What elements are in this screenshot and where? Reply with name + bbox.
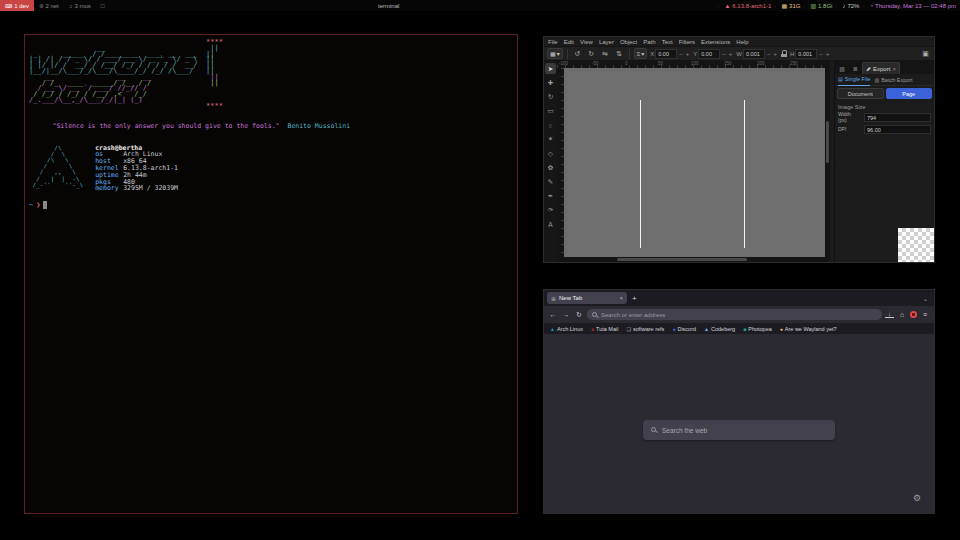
canvas-vertical-scrollbar[interactable] xyxy=(825,61,830,262)
bookmark-label: software refs xyxy=(633,326,664,332)
menu-item[interactable]: Path xyxy=(643,39,655,45)
bookmark-item[interactable]: ● Discord xyxy=(672,326,696,332)
bookmark-item[interactable]: ❏ software refs xyxy=(626,326,664,332)
tab-title: New Tab xyxy=(559,295,582,301)
personalize-gear-icon[interactable]: ⚙ xyxy=(913,493,921,503)
x-plus-button[interactable]: + xyxy=(685,51,691,57)
bookmark-item[interactable]: ■ Tuta Mail xyxy=(591,326,618,332)
rotate-ccw-button[interactable]: ↺ xyxy=(572,48,583,59)
menu-item[interactable]: View xyxy=(580,39,593,45)
menu-item[interactable]: Layer xyxy=(599,39,614,45)
menu-item[interactable]: Filters xyxy=(679,39,695,45)
tool-button[interactable]: ✑ xyxy=(545,205,556,216)
status-icon: ▥ xyxy=(810,2,816,9)
x-input[interactable]: 0.00 xyxy=(655,49,677,59)
search-icon xyxy=(592,312,598,318)
tool-button[interactable]: ➤ xyxy=(545,63,556,74)
caret-down-icon: ▾ xyxy=(641,50,644,57)
workspace-tag[interactable]: ⌨ 1 dev xyxy=(0,0,34,11)
dock-tab-fill-stroke-icon[interactable]: ▨ xyxy=(836,63,848,74)
status-separator: · xyxy=(835,3,837,9)
tool-mode-dropdown[interactable]: ▦ ▾ xyxy=(547,48,563,59)
tool-button[interactable]: ✒ xyxy=(545,191,556,202)
forward-button[interactable]: → xyxy=(561,311,571,318)
lock-aspect-icon[interactable] xyxy=(781,50,787,57)
menu-item[interactable]: Text xyxy=(662,39,673,45)
height-input[interactable]: 0.001 xyxy=(795,49,817,59)
scrollbar-thumb[interactable] xyxy=(617,258,747,261)
canvas-horizontal-scrollbar[interactable] xyxy=(557,257,825,262)
dock-tab-layers-icon[interactable]: ≣ xyxy=(849,63,861,74)
browser-tab[interactable]: ⊕ New Tab × xyxy=(547,292,627,304)
tool-button[interactable]: ✶ xyxy=(545,134,556,145)
ruler-number: 250 xyxy=(790,61,823,66)
home-icon[interactable]: ⌂ xyxy=(897,311,907,318)
y-input[interactable]: 0.00 xyxy=(698,49,720,59)
tag-icon: ⚙ xyxy=(39,3,43,9)
export-preview-transparency xyxy=(898,228,934,262)
page-button[interactable]: Page xyxy=(886,88,933,99)
flip-vertical-button[interactable]: ⇅ xyxy=(614,48,625,59)
menu-item[interactable]: Edit xyxy=(564,39,574,45)
menu-item[interactable]: File xyxy=(548,39,558,45)
align-dropdown[interactable]: ≡ ▾ xyxy=(634,48,648,59)
extension-icon[interactable] xyxy=(910,311,917,318)
workspace-tag[interactable]: ⚙ 2 net xyxy=(34,0,64,11)
menu-hamburger-icon[interactable]: ≡ xyxy=(920,311,930,318)
ascii-art: **** __ || _ _____ / /________ ____ __ _… xyxy=(29,40,513,110)
height-plus-button[interactable]: + xyxy=(825,51,831,57)
snap-toggle-icon[interactable]: ▣ xyxy=(920,48,931,59)
bookmark-item[interactable]: ▲ Arch Linux xyxy=(550,326,583,332)
tag-label: 3 mus xyxy=(75,3,91,9)
height-minus-button[interactable]: − xyxy=(818,51,824,57)
back-button[interactable]: ← xyxy=(548,311,558,318)
tool-button[interactable]: ✎ xyxy=(545,177,556,188)
width-input[interactable]: 0.001 xyxy=(743,49,765,59)
reload-button[interactable]: ↻ xyxy=(574,311,584,319)
bookmark-item[interactable]: ■ Photopea xyxy=(743,326,772,332)
menu-item[interactable]: Object xyxy=(620,39,637,45)
bookmark-label: Codeberg xyxy=(711,326,735,332)
document-button[interactable]: Document xyxy=(837,88,884,99)
tool-button[interactable]: ◇ xyxy=(545,148,556,159)
tool-button[interactable]: A xyxy=(545,219,556,230)
width-plus-button[interactable]: + xyxy=(773,51,779,57)
y-plus-button[interactable]: + xyxy=(728,51,734,57)
flip-horizontal-button[interactable]: ⇋ xyxy=(600,48,611,59)
y-minus-button[interactable]: − xyxy=(721,51,727,57)
rotate-cw-button[interactable]: ↻ xyxy=(586,48,597,59)
bookmark-item[interactable]: ▲ Codeberg xyxy=(704,326,735,332)
menu-item[interactable]: Help xyxy=(736,39,748,45)
new-tab-button[interactable]: + xyxy=(632,294,637,303)
close-tab-icon[interactable]: × xyxy=(619,295,623,301)
tool-button[interactable]: ○ xyxy=(545,120,556,131)
downloads-icon[interactable]: ↓ xyxy=(885,311,894,318)
menu-item[interactable]: Extensions xyxy=(701,39,730,45)
close-icon[interactable]: × xyxy=(892,66,896,72)
tool-button[interactable]: ✿ xyxy=(545,162,556,173)
x-minus-button[interactable]: − xyxy=(678,51,684,57)
url-bar[interactable]: Search or enter address xyxy=(587,309,882,320)
tab-batch-export[interactable]: ▥ Batch Export xyxy=(874,74,912,86)
x-label: X xyxy=(650,51,654,57)
export-width-input[interactable]: 794 xyxy=(864,113,931,122)
width-minus-button[interactable]: − xyxy=(766,51,772,57)
tab-single-file[interactable]: ▤ Single File xyxy=(838,74,870,86)
scrollbar-thumb[interactable] xyxy=(826,121,829,163)
workspace-tag[interactable]: ♫ 3 mus xyxy=(64,0,96,11)
bookmark-item[interactable]: ● Are we Wayland yet? xyxy=(780,326,837,332)
toolbar-separator xyxy=(629,49,630,59)
width-field: W 0.001 − + xyxy=(736,49,778,59)
dock-tab-export[interactable]: ⬈ Export × xyxy=(862,62,900,74)
tool-button[interactable]: ✚ xyxy=(545,77,556,88)
layout-icon[interactable]: □ xyxy=(96,3,110,9)
web-search-box[interactable]: Search the web xyxy=(643,420,835,440)
export-dpi-input[interactable]: 96.00 xyxy=(864,125,931,134)
inkscape-canvas[interactable] xyxy=(564,68,825,257)
shell-prompt[interactable]: ~ ❯ xyxy=(29,201,513,209)
tool-button[interactable]: ↻ xyxy=(545,91,556,102)
list-tabs-chevron-icon[interactable]: ⌄ xyxy=(923,295,931,302)
terminal-window[interactable]: **** __ || _ _____ / /________ ____ __ _… xyxy=(24,34,518,514)
tool-button[interactable]: ▭ xyxy=(545,106,556,117)
quote-text: "Silence is the only answer you should g… xyxy=(52,122,279,130)
